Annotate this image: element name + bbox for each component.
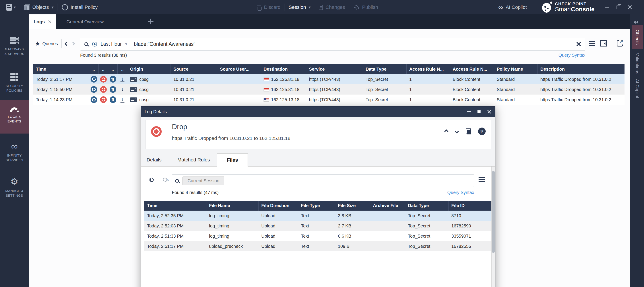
discard-button[interactable]: Discard xyxy=(257,4,280,10)
col-icon-4[interactable]: .. xyxy=(118,64,127,74)
next-log-icon[interactable] xyxy=(455,129,459,133)
servers-icon xyxy=(10,37,18,44)
log-origin: cpsg xyxy=(139,87,148,92)
dialog-close-icon[interactable] xyxy=(487,110,491,114)
log-row-2[interactable]: Today, 1:15:50 PM cpsg 10.31.0.21 162.12… xyxy=(33,84,624,94)
forward-icon[interactable] xyxy=(71,42,75,46)
file-row-4[interactable]: Today, 2:51:17 PM upload_precheck Upload… xyxy=(144,241,492,251)
log-destination: 162.125.13.18 xyxy=(271,97,300,102)
col-icon-2[interactable]: .. xyxy=(98,64,108,74)
nav-gateways-servers[interactable]: GATEWAYS & SERVERS xyxy=(0,36,29,56)
col-source-user[interactable]: Source User... xyxy=(217,64,261,74)
query-syntax-link[interactable]: Query Syntax xyxy=(429,190,474,195)
dialog-titlebar[interactable]: Log Details xyxy=(141,106,495,117)
queries-button[interactable]: Queries xyxy=(35,41,58,46)
dialog-tab-matched-rules[interactable]: Matched Rules xyxy=(178,154,210,166)
tab-logs[interactable]: Logs xyxy=(29,14,56,29)
file-data-type: Top_Secret xyxy=(405,241,449,251)
tab-general-overview[interactable]: General Overview xyxy=(62,14,108,29)
previous-log-icon[interactable] xyxy=(444,129,448,133)
dialog-maximize-icon[interactable] xyxy=(478,110,480,114)
log-navigation-controls xyxy=(445,128,486,135)
col-access-rule-number[interactable]: Access Rule N... xyxy=(406,64,450,74)
log-row-1[interactable]: Today, 2:51:17 PM cpsg 10.31.0.21 162.12… xyxy=(33,74,624,84)
log-row-3[interactable]: Today, 1:14:23 PM cpsg 10.31.0.21 162.12… xyxy=(33,94,624,105)
minimize-icon[interactable] xyxy=(605,7,609,8)
dialog-tab-details[interactable]: Details xyxy=(146,154,162,166)
col-service[interactable]: Service xyxy=(306,64,363,74)
left-navigation: GATEWAYS & SERVERS SECURITY POLICIES LOG… xyxy=(0,14,29,287)
back-icon[interactable] xyxy=(65,42,69,46)
query-syntax-link[interactable]: Query Syntax xyxy=(527,53,585,58)
nav-logs-events[interactable]: LOGS & EVENTS xyxy=(0,100,29,134)
dialog-scrollbar[interactable] xyxy=(492,166,495,287)
close-icon[interactable] xyxy=(628,5,632,10)
nav-infinity-services[interactable]: INFINITY SERVICES xyxy=(0,142,29,162)
dialog-minimize-icon[interactable] xyxy=(467,112,471,112)
connection-icon[interactable] xyxy=(478,128,486,135)
file-row-2[interactable]: Today, 2:52:03 PM log_timing Upload Text… xyxy=(144,221,492,231)
scrollbar-thumb[interactable] xyxy=(492,171,495,253)
col-origin[interactable]: Origin xyxy=(127,64,171,74)
col-icon-3[interactable]: .. xyxy=(108,64,118,74)
traffic-direction-icon xyxy=(110,86,116,93)
publish-button[interactable]: Publish xyxy=(353,4,378,10)
col-archive-file[interactable]: Archive File xyxy=(370,201,405,210)
file-row-1[interactable]: Today, 2:52:35 PM log_timing Upload Text… xyxy=(144,210,492,221)
install-policy-button[interactable]: Install Policy xyxy=(62,4,98,10)
auto-refresh-icon[interactable]: A xyxy=(162,177,168,183)
col-description[interactable]: Description xyxy=(538,64,624,74)
new-tab-button[interactable] xyxy=(147,18,154,25)
col-data-type[interactable]: Data Type xyxy=(363,64,406,74)
log-search-input[interactable]: Last Hour blade:"Content Awareness" xyxy=(80,38,585,50)
ai-copilot-button[interactable]: AI Copilot xyxy=(498,4,527,11)
panel-tab-ai-copilot[interactable]: AI Copilot xyxy=(632,78,643,100)
collapse-panel-icon[interactable] xyxy=(600,40,607,46)
restore-icon[interactable] xyxy=(616,6,620,9)
col-time[interactable]: Time xyxy=(33,64,89,74)
col-destination[interactable]: Destination xyxy=(261,64,306,74)
query-text[interactable]: blade:"Content Awareness" xyxy=(134,41,195,47)
col-access-rule-name[interactable]: Access Rule N... xyxy=(450,64,494,74)
col-file-type[interactable]: File Type xyxy=(298,201,335,210)
dialog-tab-files[interactable]: Files xyxy=(217,154,248,166)
col-file-direction[interactable]: File Direction xyxy=(259,201,298,210)
log-policy-name: Standard xyxy=(494,74,538,84)
session-menu-button[interactable]: Session xyxy=(289,4,311,10)
changes-button[interactable]: Changes xyxy=(319,4,345,10)
nav-security-policies[interactable]: SECURITY POLICIES xyxy=(0,72,29,93)
close-tab-icon[interactable] xyxy=(48,20,52,23)
file-spacer xyxy=(483,231,492,241)
open-in-new-window-icon[interactable] xyxy=(617,40,623,46)
window-controls xyxy=(605,0,632,14)
nav-manage-settings[interactable]: MANAGE & SETTINGS xyxy=(0,176,29,198)
col-source[interactable]: Source xyxy=(171,64,217,74)
copy-icon[interactable] xyxy=(466,128,470,134)
clear-query-icon[interactable] xyxy=(576,42,581,46)
col-icon-1[interactable]: .. xyxy=(89,64,98,74)
col-file-name[interactable]: File Name xyxy=(206,201,259,210)
log-access-rule-number: 1 xyxy=(406,94,450,105)
col-time[interactable]: Time xyxy=(144,201,206,210)
col-file-size[interactable]: File Size xyxy=(335,201,370,210)
refresh-icon[interactable] xyxy=(148,177,154,183)
panel-tab-validations[interactable]: Validations xyxy=(632,52,643,75)
panel-tab-objects[interactable]: Objects xyxy=(632,25,643,50)
gateway-icon xyxy=(130,77,137,82)
time-range-selector[interactable]: Last Hour xyxy=(100,41,122,47)
log-access-rule-number: 1 xyxy=(406,84,450,94)
right-panel-tabs: Objects Validations AI Copilot xyxy=(630,14,644,287)
trash-icon xyxy=(257,5,261,10)
col-file-id[interactable]: File ID xyxy=(449,201,483,210)
current-session-token[interactable]: Current Session xyxy=(182,176,224,185)
main-menu-button[interactable] xyxy=(6,4,16,11)
table-options-icon[interactable] xyxy=(478,177,485,182)
dialog-title: Log Details xyxy=(141,109,467,114)
col-data-type[interactable]: Data Type xyxy=(405,201,449,210)
file-row-3[interactable]: Today, 2:51:33 PM log_timing Upload Text… xyxy=(144,231,492,241)
files-search-input[interactable]: Current Session xyxy=(172,174,474,187)
collapse-panel-icon[interactable] xyxy=(634,20,638,24)
objects-menu-button[interactable]: Objects xyxy=(24,4,54,10)
col-policy-name[interactable]: Policy Name xyxy=(494,64,538,74)
table-options-icon[interactable] xyxy=(589,41,595,46)
